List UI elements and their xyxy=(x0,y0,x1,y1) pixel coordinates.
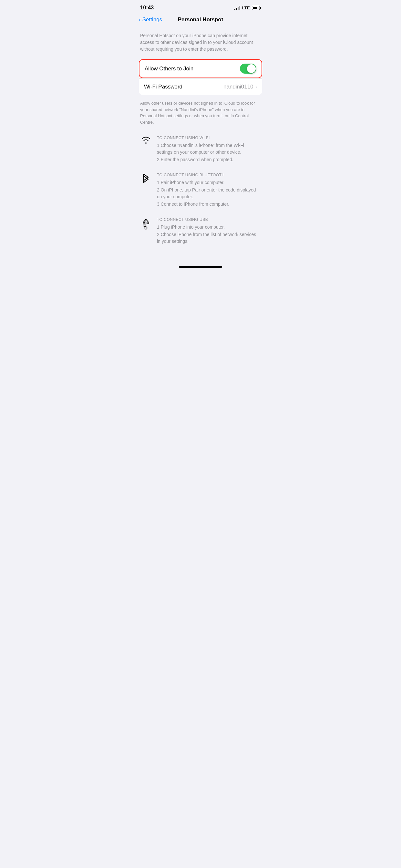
svg-point-3 xyxy=(143,222,145,224)
status-time: 10:43 xyxy=(140,4,154,11)
usb-instruction-title: TO CONNECT USING USB xyxy=(157,217,261,222)
footer-description-text: Allow other users or devices not signed … xyxy=(140,100,261,125)
icloud-description-section: Personal Hotspot on your iPhone can prov… xyxy=(134,27,267,59)
bt-step-1: 1 Pair iPhone with your computer. xyxy=(157,179,261,186)
home-bar xyxy=(179,266,222,268)
settings-group: Allow Others to Join Wi-Fi Password nand… xyxy=(139,59,262,95)
wifi-step-2: 2 Enter the password when prompted. xyxy=(157,156,261,163)
allow-others-row[interactable]: Allow Others to Join xyxy=(139,59,262,78)
usb-instruction-block: TO CONNECT USING USB 1 Plug iPhone into … xyxy=(140,217,261,245)
battery-icon xyxy=(252,6,261,10)
footer-description-section: Allow other users or devices not signed … xyxy=(134,97,267,133)
svg-rect-4 xyxy=(147,222,149,224)
back-chevron-icon: ‹ xyxy=(139,16,141,23)
wifi-password-row[interactable]: Wi-Fi Password nandini0110 › xyxy=(139,78,262,95)
bt-step-2: 2 On iPhone, tap Pair or enter the code … xyxy=(157,187,261,200)
wifi-password-value-container: nandini0110 › xyxy=(223,84,257,90)
wifi-icon xyxy=(140,135,152,144)
bluetooth-icon xyxy=(140,173,152,184)
usb-instruction-content: TO CONNECT USING USB 1 Plug iPhone into … xyxy=(157,217,261,245)
wifi-step-1: 1 Choose "Nandini's iPhone" from the Wi-… xyxy=(157,142,261,156)
allow-others-label: Allow Others to Join xyxy=(145,66,193,72)
usb-step-1: 1 Plug iPhone into your computer. xyxy=(157,224,261,230)
wifi-instruction-content: TO CONNECT USING WI-FI 1 Choose "Nandini… xyxy=(157,135,261,164)
usb-icon xyxy=(140,217,152,230)
bluetooth-instruction-content: TO CONNECT USING BLUETOOTH 1 Pair iPhone… xyxy=(157,173,261,208)
nav-bar: ‹ Settings Personal Hotspot xyxy=(134,13,267,27)
status-bar: 10:43 LTE xyxy=(134,0,267,13)
wifi-password-value: nandini0110 xyxy=(223,84,253,90)
usb-step-2: 2 Choose iPhone from the list of network… xyxy=(157,231,261,245)
instructions-section: TO CONNECT USING WI-FI 1 Choose "Nandini… xyxy=(134,133,267,257)
wifi-instruction-title: TO CONNECT USING WI-FI xyxy=(157,135,261,140)
back-button[interactable]: ‹ Settings xyxy=(139,16,162,23)
allow-others-toggle[interactable] xyxy=(240,64,256,73)
lte-label: LTE xyxy=(242,5,250,10)
bt-step-3: 3 Connect to iPhone from computer. xyxy=(157,201,261,208)
bluetooth-instruction-block: TO CONNECT USING BLUETOOTH 1 Pair iPhone… xyxy=(140,173,261,208)
icloud-description-text: Personal Hotspot on your iPhone can prov… xyxy=(140,32,261,53)
signal-bars-icon xyxy=(235,5,240,10)
toggle-knob xyxy=(247,64,256,73)
back-label: Settings xyxy=(143,17,162,23)
wifi-instruction-block: TO CONNECT USING WI-FI 1 Choose "Nandini… xyxy=(140,135,261,164)
wifi-password-chevron-icon: › xyxy=(255,84,257,90)
status-icons: LTE xyxy=(235,5,261,10)
wifi-password-label: Wi-Fi Password xyxy=(144,84,182,90)
home-indicator xyxy=(134,264,267,270)
page-title: Personal Hotspot xyxy=(178,17,223,23)
bluetooth-instruction-title: TO CONNECT USING BLUETOOTH xyxy=(157,173,261,177)
